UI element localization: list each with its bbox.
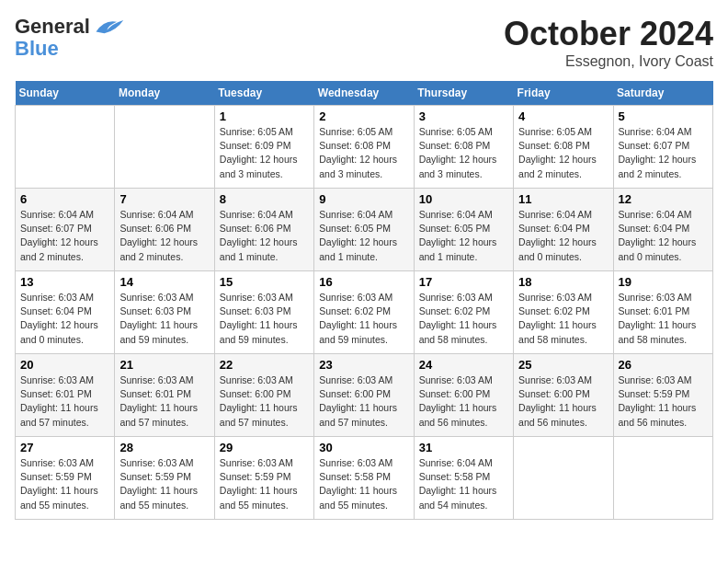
day-number: 26 bbox=[619, 358, 708, 372]
day-number: 8 bbox=[220, 192, 309, 206]
calendar-cell: 16Sunrise: 6:03 AM Sunset: 6:02 PM Dayli… bbox=[314, 271, 414, 354]
calendar-cell: 31Sunrise: 6:04 AM Sunset: 5:58 PM Dayli… bbox=[414, 437, 513, 520]
calendar-cell: 12Sunrise: 6:04 AM Sunset: 6:04 PM Dayli… bbox=[613, 189, 712, 271]
day-info: Sunrise: 6:04 AM Sunset: 5:58 PM Dayligh… bbox=[419, 456, 508, 512]
calendar-cell: 13Sunrise: 6:03 AM Sunset: 6:04 PM Dayli… bbox=[16, 271, 115, 354]
day-info: Sunrise: 6:03 AM Sunset: 6:02 PM Dayligh… bbox=[319, 291, 408, 347]
day-info: Sunrise: 6:03 AM Sunset: 6:01 PM Dayligh… bbox=[619, 291, 708, 347]
day-info: Sunrise: 6:04 AM Sunset: 6:04 PM Dayligh… bbox=[619, 208, 708, 264]
weekday-header-saturday: Saturday bbox=[613, 81, 712, 106]
calendar-cell: 21Sunrise: 6:03 AM Sunset: 6:01 PM Dayli… bbox=[115, 354, 214, 437]
calendar-cell: 28Sunrise: 6:03 AM Sunset: 5:59 PM Dayli… bbox=[115, 437, 214, 520]
day-info: Sunrise: 6:05 AM Sunset: 6:08 PM Dayligh… bbox=[319, 125, 408, 181]
day-info: Sunrise: 6:03 AM Sunset: 6:00 PM Dayligh… bbox=[220, 373, 309, 430]
calendar-cell: 1Sunrise: 6:05 AM Sunset: 6:09 PM Daylig… bbox=[214, 106, 313, 189]
calendar-cell: 30Sunrise: 6:03 AM Sunset: 5:58 PM Dayli… bbox=[314, 437, 414, 520]
day-number: 25 bbox=[518, 358, 608, 372]
day-number: 5 bbox=[619, 109, 708, 123]
calendar-cell: 9Sunrise: 6:04 AM Sunset: 6:05 PM Daylig… bbox=[314, 189, 414, 271]
day-info: Sunrise: 6:04 AM Sunset: 6:07 PM Dayligh… bbox=[20, 208, 109, 264]
day-number: 30 bbox=[319, 441, 408, 454]
calendar-week-row: 27Sunrise: 6:03 AM Sunset: 5:59 PM Dayli… bbox=[16, 437, 713, 520]
day-number: 12 bbox=[619, 192, 708, 206]
calendar-cell bbox=[613, 437, 712, 520]
calendar-week-row: 20Sunrise: 6:03 AM Sunset: 6:01 PM Dayli… bbox=[16, 354, 713, 437]
calendar-cell: 8Sunrise: 6:04 AM Sunset: 6:06 PM Daylig… bbox=[214, 189, 313, 271]
calendar-cell: 5Sunrise: 6:04 AM Sunset: 6:07 PM Daylig… bbox=[613, 106, 712, 189]
day-number: 7 bbox=[119, 192, 209, 206]
day-number: 3 bbox=[419, 109, 508, 123]
day-info: Sunrise: 6:03 AM Sunset: 6:04 PM Dayligh… bbox=[20, 291, 109, 347]
day-info: Sunrise: 6:03 AM Sunset: 6:00 PM Dayligh… bbox=[419, 373, 508, 430]
day-number: 1 bbox=[220, 109, 309, 123]
day-number: 6 bbox=[20, 192, 109, 206]
day-number: 10 bbox=[419, 192, 508, 206]
calendar-cell: 29Sunrise: 6:03 AM Sunset: 5:59 PM Dayli… bbox=[214, 437, 313, 520]
day-info: Sunrise: 6:05 AM Sunset: 6:08 PM Dayligh… bbox=[518, 125, 608, 181]
calendar-cell: 2Sunrise: 6:05 AM Sunset: 6:08 PM Daylig… bbox=[314, 106, 414, 189]
calendar-week-row: 6Sunrise: 6:04 AM Sunset: 6:07 PM Daylig… bbox=[16, 189, 713, 271]
logo-bird-icon bbox=[92, 15, 125, 40]
day-info: Sunrise: 6:03 AM Sunset: 6:00 PM Dayligh… bbox=[518, 373, 608, 430]
day-number: 2 bbox=[319, 109, 408, 123]
calendar-cell: 24Sunrise: 6:03 AM Sunset: 6:00 PM Dayli… bbox=[414, 354, 513, 437]
day-number: 29 bbox=[220, 441, 309, 454]
day-number: 14 bbox=[119, 275, 209, 289]
day-number: 22 bbox=[220, 358, 309, 372]
calendar-cell: 7Sunrise: 6:04 AM Sunset: 6:06 PM Daylig… bbox=[115, 189, 214, 271]
calendar-cell: 14Sunrise: 6:03 AM Sunset: 6:03 PM Dayli… bbox=[115, 271, 214, 354]
day-number: 9 bbox=[319, 192, 408, 206]
logo: General Blue bbox=[15, 15, 125, 61]
day-info: Sunrise: 6:04 AM Sunset: 6:06 PM Dayligh… bbox=[220, 208, 309, 264]
calendar-cell: 27Sunrise: 6:03 AM Sunset: 5:59 PM Dayli… bbox=[16, 437, 115, 520]
calendar-cell: 11Sunrise: 6:04 AM Sunset: 6:04 PM Dayli… bbox=[514, 189, 613, 271]
day-number: 18 bbox=[518, 275, 608, 289]
calendar-cell: 18Sunrise: 6:03 AM Sunset: 6:02 PM Dayli… bbox=[514, 271, 613, 354]
calendar-cell: 6Sunrise: 6:04 AM Sunset: 6:07 PM Daylig… bbox=[16, 189, 115, 271]
day-info: Sunrise: 6:04 AM Sunset: 6:05 PM Dayligh… bbox=[419, 208, 508, 264]
day-info: Sunrise: 6:03 AM Sunset: 6:02 PM Dayligh… bbox=[419, 291, 508, 347]
weekday-header-monday: Monday bbox=[115, 81, 214, 106]
day-number: 19 bbox=[619, 275, 708, 289]
calendar-cell: 17Sunrise: 6:03 AM Sunset: 6:02 PM Dayli… bbox=[414, 271, 513, 354]
calendar-cell: 20Sunrise: 6:03 AM Sunset: 6:01 PM Dayli… bbox=[16, 354, 115, 437]
weekday-header-sunday: Sunday bbox=[16, 81, 115, 106]
weekday-header-tuesday: Tuesday bbox=[214, 81, 313, 106]
month-title: October 2024 bbox=[504, 15, 713, 53]
calendar-week-row: 1Sunrise: 6:05 AM Sunset: 6:09 PM Daylig… bbox=[16, 106, 713, 189]
day-number: 11 bbox=[518, 192, 608, 206]
day-number: 4 bbox=[518, 109, 608, 123]
day-info: Sunrise: 6:03 AM Sunset: 6:00 PM Dayligh… bbox=[319, 373, 408, 430]
day-info: Sunrise: 6:03 AM Sunset: 6:02 PM Dayligh… bbox=[518, 291, 608, 347]
day-info: Sunrise: 6:05 AM Sunset: 6:08 PM Dayligh… bbox=[419, 125, 508, 181]
calendar-cell bbox=[16, 106, 115, 189]
day-info: Sunrise: 6:03 AM Sunset: 5:59 PM Dayligh… bbox=[20, 456, 109, 512]
day-info: Sunrise: 6:03 AM Sunset: 6:01 PM Dayligh… bbox=[20, 373, 109, 430]
day-number: 24 bbox=[419, 358, 508, 372]
day-number: 21 bbox=[119, 358, 209, 372]
location-title: Essegnon, Ivory Coast bbox=[504, 53, 713, 70]
day-number: 16 bbox=[319, 275, 408, 289]
calendar-cell: 3Sunrise: 6:05 AM Sunset: 6:08 PM Daylig… bbox=[414, 106, 513, 189]
page-header: General Blue October 2024 Essegnon, Ivor… bbox=[15, 15, 713, 70]
day-info: Sunrise: 6:04 AM Sunset: 6:07 PM Dayligh… bbox=[619, 125, 708, 181]
day-info: Sunrise: 6:04 AM Sunset: 6:05 PM Dayligh… bbox=[319, 208, 408, 264]
calendar-cell: 26Sunrise: 6:03 AM Sunset: 5:59 PM Dayli… bbox=[613, 354, 712, 437]
day-number: 31 bbox=[419, 441, 508, 454]
day-info: Sunrise: 6:03 AM Sunset: 5:59 PM Dayligh… bbox=[220, 456, 309, 512]
calendar-cell: 25Sunrise: 6:03 AM Sunset: 6:00 PM Dayli… bbox=[514, 354, 613, 437]
calendar-cell: 10Sunrise: 6:04 AM Sunset: 6:05 PM Dayli… bbox=[414, 189, 513, 271]
day-info: Sunrise: 6:04 AM Sunset: 6:06 PM Dayligh… bbox=[119, 208, 209, 264]
day-number: 17 bbox=[419, 275, 508, 289]
calendar-cell: 22Sunrise: 6:03 AM Sunset: 6:00 PM Dayli… bbox=[214, 354, 313, 437]
day-info: Sunrise: 6:03 AM Sunset: 6:03 PM Dayligh… bbox=[220, 291, 309, 347]
day-number: 23 bbox=[319, 358, 408, 372]
calendar-cell: 15Sunrise: 6:03 AM Sunset: 6:03 PM Dayli… bbox=[214, 271, 313, 354]
calendar-cell bbox=[514, 437, 613, 520]
day-number: 27 bbox=[20, 441, 109, 454]
calendar-cell: 19Sunrise: 6:03 AM Sunset: 6:01 PM Dayli… bbox=[613, 271, 712, 354]
calendar-cell: 23Sunrise: 6:03 AM Sunset: 6:00 PM Dayli… bbox=[314, 354, 414, 437]
day-number: 15 bbox=[220, 275, 309, 289]
day-number: 20 bbox=[20, 358, 109, 372]
day-info: Sunrise: 6:03 AM Sunset: 5:59 PM Dayligh… bbox=[119, 456, 209, 512]
